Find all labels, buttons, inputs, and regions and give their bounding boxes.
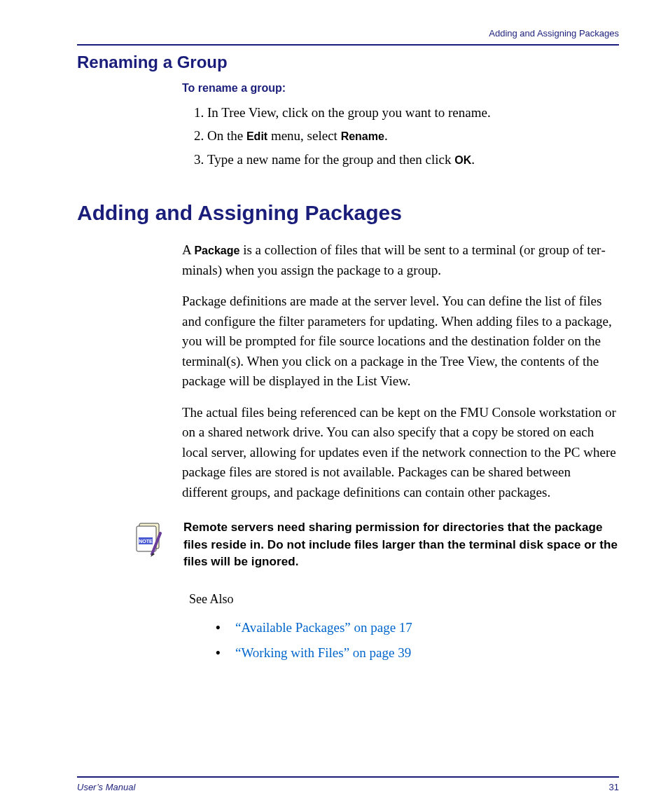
see-also-item: “Working with Files” on page 39	[216, 640, 619, 666]
page-footer: User’s Manual 31	[77, 776, 619, 792]
running-head: Adding and Assigning Packages	[77, 28, 619, 39]
step-text: In Tree View, click on the group you wan…	[207, 105, 491, 120]
ui-label-package: Package	[194, 245, 239, 256]
note-badge-text: NOTE	[139, 539, 153, 544]
note-icon: NOTE	[130, 521, 168, 562]
step-text: menu, select	[267, 128, 340, 143]
procedure-head: To rename a group:	[182, 82, 619, 95]
heading-adding-assigning-packages: Adding and Assigning Packages	[77, 201, 619, 225]
text: is a collection of files that will be se…	[182, 242, 606, 277]
footer-rule	[77, 776, 619, 778]
ui-label-edit: Edit	[246, 130, 267, 142]
see-also-list: “Available Packages” on page 17 “Working…	[216, 615, 619, 666]
text: A	[182, 242, 194, 257]
cross-reference-link[interactable]: “Working with Files” on page 39	[235, 645, 411, 660]
body-paragraph: The actual files being referenced can be…	[182, 403, 619, 503]
step-text: .	[471, 152, 475, 167]
step-3: Type a new name for the group and then c…	[207, 149, 619, 170]
ui-label-rename: Rename	[341, 130, 384, 142]
step-text: .	[384, 128, 388, 143]
body-paragraph: Package definitions are made at the serv…	[182, 291, 619, 392]
step-text: Type a new name for the group and then c…	[207, 152, 454, 167]
ui-label-ok: OK	[454, 154, 471, 166]
procedure-steps: In Tree View, click on the group you wan…	[207, 102, 619, 170]
footer-page-number: 31	[609, 782, 619, 792]
body-paragraph: A Package is a collection of files that …	[182, 240, 619, 280]
note-text: Remote servers need sharing permission f…	[183, 519, 619, 571]
see-also-heading: See Also	[189, 592, 619, 607]
step-2: On the Edit menu, select Rename.	[207, 125, 619, 146]
step-1: In Tree View, click on the group you wan…	[207, 102, 619, 123]
note-block: NOTE Remote servers need sharing permiss…	[130, 519, 619, 571]
footer-manual-title: User’s Manual	[77, 782, 135, 792]
step-text: On the	[207, 128, 246, 143]
see-also-item: “Available Packages” on page 17	[216, 615, 619, 640]
cross-reference-link[interactable]: “Available Packages” on page 17	[235, 620, 412, 635]
heading-renaming-group: Renaming a Group	[77, 53, 619, 72]
header-rule	[77, 44, 619, 46]
